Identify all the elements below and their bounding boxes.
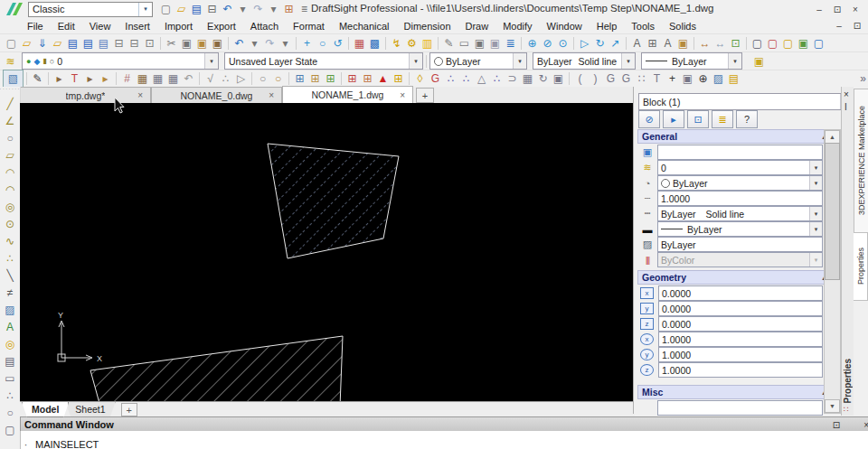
scrollbar-thumb[interactable]	[825, 143, 840, 280]
section-header-general[interactable]: General ▲	[637, 129, 832, 144]
clip-icon[interactable]: ▣	[551, 71, 566, 87]
warning-icon[interactable]: ▲	[375, 71, 391, 87]
drawing-canvas[interactable]: Y X	[20, 103, 633, 401]
model-tab[interactable]: Model	[22, 402, 69, 417]
table-yellow-icon[interactable]: ⊞	[391, 71, 406, 87]
tab-close-icon[interactable]: ×	[400, 90, 405, 100]
import-icon[interactable]: ⇓	[34, 35, 50, 51]
quick-filter-button[interactable]: ≣	[712, 110, 733, 128]
chevron-down-icon[interactable]: ▾	[513, 53, 526, 69]
doc-tab-noname0[interactable]: NONAME_0.dwg ×	[151, 87, 282, 103]
dimension-icon[interactable]: ↔	[697, 35, 712, 51]
arc-right-icon[interactable]: )	[588, 71, 603, 87]
tab-close-icon[interactable]: ×	[137, 90, 143, 100]
block-edit-icon[interactable]: ▣	[472, 35, 487, 51]
text-insert-icon[interactable]: T	[649, 71, 665, 87]
split-icon[interactable]: ≠	[2, 285, 18, 300]
hatch-icon[interactable]: ▨	[2, 302, 18, 317]
add-sheet-button[interactable]: +	[121, 403, 137, 416]
play-icon[interactable]: ▷	[233, 71, 249, 87]
chevron-down-icon[interactable]: ▾	[809, 161, 822, 174]
text-mark-icon[interactable]: T	[67, 71, 82, 87]
toolbar-overflow-icon[interactable]: ≡	[297, 2, 312, 17]
misc-field[interactable]	[657, 400, 823, 416]
menu-item[interactable]: Draw	[458, 20, 496, 33]
power-trim-icon[interactable]: ↯	[389, 35, 404, 51]
layers-panel-icon[interactable]: ≣	[503, 35, 518, 51]
pin-icon[interactable]: Ι	[844, 102, 847, 112]
scroll-up-icon[interactable]: ▲	[825, 130, 840, 144]
cell-right-icon[interactable]: ▦	[165, 71, 181, 87]
toolbar-overflow-icon[interactable]: »	[855, 71, 868, 87]
options-icon[interactable]: ⚙	[404, 35, 420, 51]
sheet-set-icon[interactable]: ▣	[675, 35, 691, 51]
open-icon[interactable]: ▱	[174, 2, 189, 17]
layers-manager-icon[interactable]: ≋	[3, 53, 18, 69]
chevron-down-icon[interactable]: ▾	[409, 53, 422, 69]
minimize-icon[interactable]: –	[832, 20, 846, 33]
menu-item[interactable]: Mechanical	[332, 20, 397, 33]
batch-print-icon[interactable]: ⊟	[127, 35, 142, 51]
undo-small-icon[interactable]: ↶	[181, 71, 196, 87]
magnifier-hand-icon[interactable]: ○	[270, 71, 286, 87]
fastener-icon[interactable]: ▸	[52, 71, 67, 87]
section-header-geometry[interactable]: Geometry ▲	[637, 270, 832, 285]
menu-item[interactable]: Insert	[118, 20, 157, 33]
doc-tab-tmp[interactable]: tmp.dwg* ×	[20, 87, 151, 103]
rectangle-edit-icon[interactable]: ▭	[457, 35, 472, 51]
geometry-value-field[interactable]: 1.0000	[658, 362, 823, 378]
table-icon[interactable]: ⊞	[645, 35, 660, 51]
chevron-down-icon[interactable]: ▾	[728, 53, 741, 69]
redo-menu-icon[interactable]: ▾	[266, 2, 281, 17]
menu-item[interactable]: Format	[286, 20, 332, 33]
workspace-combo[interactable]: Classic ▾	[28, 2, 153, 17]
select-entities-button[interactable]: ⊘	[638, 110, 660, 128]
geometry-value-field[interactable]: 0.0000	[658, 316, 823, 332]
menu-item[interactable]: View	[82, 20, 118, 33]
menu-item[interactable]: Tools	[624, 20, 662, 33]
table-add-icon[interactable]: ⊞	[292, 71, 307, 87]
float-panel-icon[interactable]: ⊡	[833, 420, 840, 430]
print-icon[interactable]: ⊟	[111, 35, 127, 51]
chevron-down-icon[interactable]: ▾	[809, 176, 822, 190]
circle-center-icon[interactable]: ⊕	[524, 35, 540, 51]
fastener-add-icon[interactable]: ▸	[82, 71, 98, 87]
undo-icon[interactable]: ↶	[220, 2, 235, 17]
tab-close-icon[interactable]: ×	[269, 90, 274, 100]
arc-3point-icon[interactable]: ◠	[2, 182, 18, 197]
point-add-icon[interactable]: ∴	[458, 71, 474, 87]
chevron-down-icon[interactable]: ▾	[809, 222, 822, 236]
new-tab-button[interactable]: +	[416, 88, 434, 103]
print-preview-icon[interactable]: ⊡	[142, 35, 157, 51]
tool-palette-icon[interactable]: ▥	[420, 35, 435, 51]
copy-icon[interactable]: ▣	[179, 35, 194, 51]
tab-properties[interactable]: Properties	[854, 232, 868, 301]
region-select-button[interactable]: ⊡	[687, 110, 709, 128]
spline-icon[interactable]: ∿	[2, 233, 18, 248]
net-icon[interactable]: #	[119, 71, 135, 87]
linestyle-field[interactable]: ByLayer Solid line ▾	[657, 206, 823, 221]
palette-options-icon[interactable]: ∷	[844, 405, 849, 414]
line-icon[interactable]: ╱	[2, 96, 18, 111]
ring-icon[interactable]: ◎	[2, 336, 18, 351]
scroll-down-icon[interactable]: ▼	[825, 399, 840, 413]
layer-state-combo[interactable]: Unsaved Layer State ▾	[224, 52, 423, 70]
toolbar-drag-handle[interactable]: ·······	[0, 87, 21, 94]
cell-select-icon[interactable]: ▦	[135, 71, 150, 87]
menu-item[interactable]: Edit	[51, 20, 82, 33]
text-style-icon[interactable]: A	[629, 35, 645, 51]
save-all-icon[interactable]: ▤	[96, 35, 111, 51]
target-icon[interactable]: ⊕	[695, 71, 711, 87]
hatched-entity-1[interactable]	[268, 144, 399, 258]
table-hand-icon[interactable]: ⊞	[307, 71, 323, 87]
chevron-down-icon[interactable]: ▾	[809, 207, 822, 220]
geometry-value-field[interactable]: 0.0000	[658, 285, 823, 301]
command-line[interactable]: : MAINSELECT	[20, 431, 868, 449]
offset-curve-icon[interactable]: ⊃	[505, 71, 520, 87]
polyline-icon[interactable]: ∠	[2, 113, 18, 128]
print-icon[interactable]: ⊟	[204, 2, 220, 17]
new-icon[interactable]: ▢	[4, 35, 19, 51]
segment-icon[interactable]: ╲	[2, 267, 18, 283]
arc-icon[interactable]: ◠	[2, 164, 18, 180]
close-icon[interactable]: ×	[863, 420, 868, 430]
